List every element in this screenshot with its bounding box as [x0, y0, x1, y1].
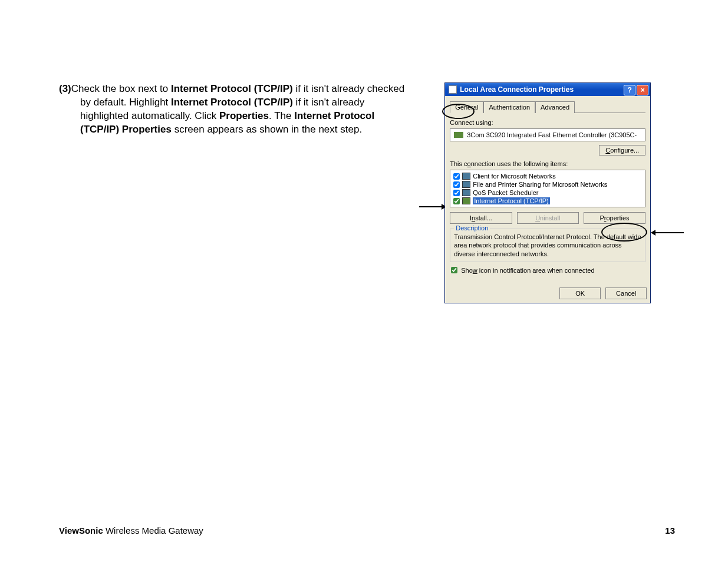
tab-authentication[interactable]: Authentication [483, 101, 535, 113]
adapter-name: 3Com 3C920 Integrated Fast Ethernet Cont… [467, 131, 637, 138]
footer-product: Wireless Media Gateway [103, 525, 203, 535]
dialog-title: Local Area Connection Properties [460, 85, 574, 94]
connection-items-list[interactable]: Client for Microsoft Networks File and P… [450, 170, 645, 207]
properties-dialog: Local Area Connection Properties ? × Gen… [444, 82, 651, 303]
help-button[interactable]: ? [624, 85, 635, 95]
list-item[interactable]: File and Printer Sharing for Microsoft N… [452, 180, 643, 189]
show-icon-label: Show icon in notification area when conn… [461, 267, 594, 274]
connection-icon [449, 85, 457, 94]
connection-items-label: This connection uses the following items… [450, 160, 645, 167]
close-button[interactable]: × [637, 85, 648, 95]
adapter-icon [454, 132, 463, 138]
list-item[interactable]: QoS Packet Scheduler [452, 189, 643, 197]
client-icon [462, 173, 470, 180]
connect-using-label: Connect using: [450, 119, 645, 126]
item-checkbox[interactable] [453, 173, 460, 180]
item-checkbox[interactable] [453, 181, 460, 188]
qos-icon [462, 189, 470, 196]
list-item-tcpip[interactable]: Internet Protocol (TCP/IP) [452, 197, 643, 205]
list-item[interactable]: Client for Microsoft Networks [452, 172, 643, 180]
network-adapter-box: 3Com 3C920 Integrated Fast Ethernet Cont… [450, 128, 645, 141]
ok-button[interactable]: OK [559, 287, 601, 299]
item-checkbox[interactable] [453, 198, 460, 204]
arrow-to-properties-btn [651, 232, 684, 233]
tab-advanced[interactable]: Advanced [535, 101, 575, 113]
page-number: 13 [665, 525, 675, 535]
item-checkbox[interactable] [453, 190, 460, 196]
properties-button[interactable]: Properties [584, 212, 645, 224]
cancel-button[interactable]: Cancel [605, 287, 647, 299]
arrow-to-tcpip-item [419, 206, 446, 207]
step-number: (3) [59, 83, 71, 94]
install-button[interactable]: Install... [450, 212, 512, 224]
highlight-oval-properties-btn [601, 223, 647, 242]
highlight-oval-general-tab [442, 104, 475, 119]
page-footer: ViewSonic Wireless Media Gateway 13 [59, 525, 675, 535]
footer-brand: ViewSonic [59, 525, 103, 535]
description-label: Description [454, 224, 490, 232]
protocol-icon [462, 197, 470, 204]
configure-button[interactable]: Configure... [599, 145, 645, 156]
instruction-text: (3)Check the box next to Internet Protoc… [59, 82, 409, 137]
tab-bar: General Authentication Advanced [450, 101, 645, 113]
dialog-screenshot: Local Area Connection Properties ? × Gen… [427, 82, 684, 137]
share-icon [462, 181, 470, 188]
uninstall-button: Uninstall [517, 212, 579, 224]
dialog-titlebar[interactable]: Local Area Connection Properties ? × [445, 83, 650, 96]
show-icon-checkbox[interactable] [451, 267, 457, 273]
